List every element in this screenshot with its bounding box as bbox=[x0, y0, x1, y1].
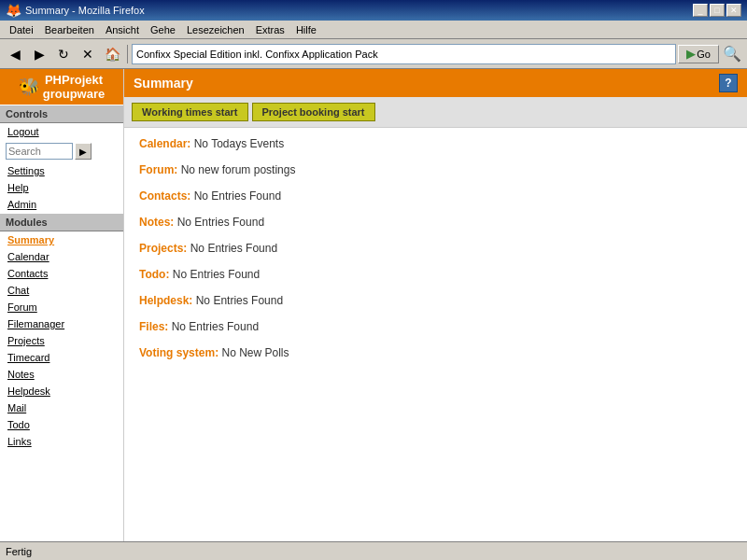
search-toolbar-button[interactable]: 🔍 bbox=[721, 43, 743, 65]
app-name-line1: PHProjekt bbox=[43, 73, 105, 87]
sidebar-item-notes[interactable]: Notes bbox=[0, 366, 123, 383]
forward-button[interactable]: ▶ bbox=[28, 43, 50, 65]
todo-label: Todo: bbox=[139, 268, 169, 281]
close-button[interactable]: ✕ bbox=[726, 4, 741, 17]
sidebar-item-forum[interactable]: Forum bbox=[0, 299, 123, 315]
sidebar-item-todo[interactable]: Todo bbox=[0, 416, 123, 433]
sidebar-item-calendar[interactable]: Calendar bbox=[0, 248, 123, 265]
forum-value: No new forum postings bbox=[181, 163, 296, 176]
notes-value: No Entries Found bbox=[177, 216, 264, 229]
main-layout: 🐝 PHProjekt groupware Controls Logout ▶ … bbox=[0, 69, 747, 541]
content-area: Summary ? Working times start Project bo… bbox=[124, 69, 747, 541]
calendar-value: No Todays Events bbox=[194, 137, 285, 150]
menu-bearbeiten[interactable]: Bearbeiten bbox=[39, 23, 100, 36]
menu-extras[interactable]: Extras bbox=[250, 23, 290, 36]
action-bar: Working times start Project booking star… bbox=[124, 97, 747, 128]
minimize-button[interactable]: _ bbox=[693, 4, 708, 17]
content-title: Summary bbox=[134, 76, 193, 91]
sidebar-item-projects[interactable]: Projects bbox=[0, 332, 123, 349]
window-controls[interactable]: _ □ ✕ bbox=[693, 4, 741, 17]
window-title-text: Summary - Mozilla Firefox bbox=[25, 5, 145, 16]
menu-ansicht[interactable]: Ansicht bbox=[100, 23, 145, 36]
contacts-label: Contacts: bbox=[139, 189, 190, 203]
go-button[interactable]: ▶ Go bbox=[678, 45, 719, 63]
project-booking-start-button[interactable]: Project booking start bbox=[252, 103, 375, 121]
projects-summary-item: Projects: No Entries Found bbox=[139, 242, 732, 255]
window-title-left: 🦊 Summary - Mozilla Firefox bbox=[6, 3, 145, 18]
maximize-button[interactable]: □ bbox=[710, 4, 725, 17]
sidebar-item-settings[interactable]: Settings bbox=[0, 162, 123, 179]
projects-value: No Entries Found bbox=[190, 242, 277, 255]
sidebar-item-chat[interactable]: Chat bbox=[0, 282, 123, 299]
voting-summary-item: Voting system: No New Polls bbox=[139, 346, 732, 359]
address-bar[interactable] bbox=[132, 44, 676, 64]
sidebar-item-filemanager[interactable]: Filemanager bbox=[0, 315, 123, 332]
status-bar: Fertig bbox=[0, 541, 747, 560]
voting-value: No New Polls bbox=[221, 346, 289, 359]
reload-button[interactable]: ↻ bbox=[52, 43, 75, 65]
contacts-value: No Entries Found bbox=[194, 189, 281, 203]
menu-hilfe[interactable]: Hilfe bbox=[290, 23, 322, 36]
content-header: Summary ? bbox=[124, 69, 747, 97]
sidebar-item-contacts[interactable]: Contacts bbox=[0, 265, 123, 282]
sidebar-item-timecard[interactable]: Timecard bbox=[0, 349, 123, 366]
home-button[interactable]: 🏠 bbox=[101, 43, 123, 65]
sidebar-item-logout[interactable]: Logout bbox=[0, 123, 123, 140]
sidebar-item-helpdesk[interactable]: Helpdesk bbox=[0, 383, 123, 399]
notes-summary-item: Notes: No Entries Found bbox=[139, 216, 732, 229]
go-label: Go bbox=[697, 49, 711, 60]
menu-bar: Datei Bearbeiten Ansicht Gehe Lesezeiche… bbox=[0, 21, 747, 39]
forum-summary-item: Forum: No new forum postings bbox=[139, 163, 732, 176]
search-button[interactable]: ▶ bbox=[75, 143, 92, 160]
sidebar: 🐝 PHProjekt groupware Controls Logout ▶ … bbox=[0, 69, 124, 541]
calendar-label: Calendar: bbox=[139, 137, 190, 150]
back-button[interactable]: ◀ bbox=[4, 43, 26, 65]
status-text: Fertig bbox=[6, 546, 32, 557]
voting-label: Voting system: bbox=[139, 346, 218, 359]
todo-summary-item: Todo: No Entries Found bbox=[139, 268, 732, 281]
notes-label: Notes: bbox=[139, 216, 174, 229]
sidebar-item-help[interactable]: Help bbox=[0, 179, 123, 196]
menu-gehe[interactable]: Gehe bbox=[145, 23, 181, 36]
sidebar-header: 🐝 PHProjekt groupware bbox=[0, 69, 123, 105]
toolbar-separator bbox=[127, 45, 128, 63]
sidebar-item-summary[interactable]: Summary bbox=[0, 231, 123, 248]
sidebar-item-links[interactable]: Links bbox=[0, 433, 123, 450]
firefox-icon: 🦊 bbox=[6, 3, 21, 18]
working-times-start-button[interactable]: Working times start bbox=[132, 103, 248, 121]
helpdesk-value: No Entries Found bbox=[196, 294, 283, 307]
go-icon: ▶ bbox=[686, 48, 695, 61]
helpdesk-summary-item: Helpdesk: No Entries Found bbox=[139, 294, 732, 307]
sidebar-item-mail[interactable]: Mail bbox=[0, 399, 123, 416]
modules-section-label: Modules bbox=[0, 213, 123, 231]
app-name-line2: groupware bbox=[43, 87, 105, 101]
projects-label: Projects: bbox=[139, 242, 187, 255]
forum-label: Forum: bbox=[139, 163, 177, 176]
calendar-summary-item: Calendar: No Todays Events bbox=[139, 137, 732, 150]
todo-value: No Entries Found bbox=[173, 268, 260, 281]
files-label: Files: bbox=[139, 320, 168, 333]
help-button[interactable]: ? bbox=[719, 74, 738, 92]
menu-lesezeichen[interactable]: Lesezeichen bbox=[181, 23, 250, 36]
bee-icon: 🐝 bbox=[19, 77, 39, 97]
search-row: ▶ bbox=[0, 140, 123, 162]
sidebar-item-admin[interactable]: Admin bbox=[0, 196, 123, 213]
search-input[interactable] bbox=[6, 143, 73, 160]
controls-section-label: Controls bbox=[0, 105, 123, 123]
window-title-bar: 🦊 Summary - Mozilla Firefox _ □ ✕ bbox=[0, 0, 747, 21]
contacts-summary-item: Contacts: No Entries Found bbox=[139, 189, 732, 203]
toolbar: ◀ ▶ ↻ ✕ 🏠 ▶ Go 🔍 bbox=[0, 39, 747, 69]
stop-button[interactable]: ✕ bbox=[77, 43, 99, 65]
files-summary-item: Files: No Entries Found bbox=[139, 320, 732, 333]
helpdesk-label: Helpdesk: bbox=[139, 294, 192, 307]
summary-content: Calendar: No Todays Events Forum: No new… bbox=[124, 128, 747, 382]
app-name: PHProjekt groupware bbox=[43, 73, 105, 101]
files-value: No Entries Found bbox=[172, 320, 259, 333]
menu-datei[interactable]: Datei bbox=[4, 23, 39, 36]
